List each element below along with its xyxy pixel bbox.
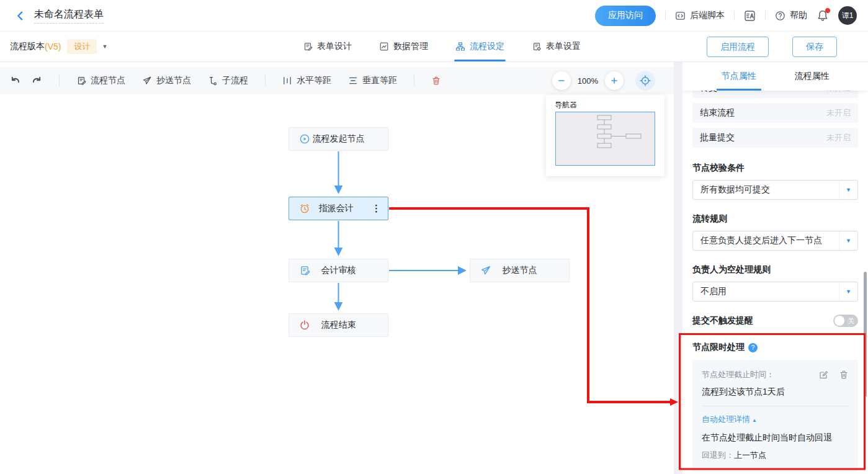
node-assign-accountant[interactable]: 指派会计 ⋮ — [289, 197, 388, 220]
node-label: 流程结束 — [289, 320, 388, 331]
toggle-state: 关 — [848, 316, 854, 326]
save-button[interactable]: 保存 — [792, 37, 837, 57]
flow-version: 流程版本 (V5) 设计 ▼ — [10, 32, 107, 61]
caret-down-icon: ▼ — [839, 181, 857, 199]
auto-handle-details-link[interactable]: 自动处理详情▲ — [702, 414, 849, 425]
node-accountant-review[interactable]: 会计审核 — [289, 259, 388, 282]
rollback-value: 上一节点 — [734, 450, 766, 460]
tab-form-settings[interactable]: 表单设置 — [532, 32, 581, 61]
divider — [265, 75, 266, 86]
validation-select[interactable]: 所有数据均可提交 ▼ — [692, 180, 858, 200]
version-bar: 流程版本 (V5) 设计 ▼ 表单设计 数据管理 流程设定 表 — [0, 32, 868, 62]
canvas-toolbar: 流程节点 抄送节点 子流程 水平等距 垂直等距 — [0, 67, 674, 94]
fit-view-button[interactable] — [635, 71, 655, 91]
app-access-button[interactable]: 应用访问 — [595, 6, 656, 26]
node-end[interactable]: 流程结束 — [289, 313, 388, 337]
notification-dot — [825, 8, 830, 13]
divider — [665, 11, 666, 20]
row-batch-submit[interactable]: 批量提交 未开启 — [692, 128, 858, 148]
help-icon — [775, 11, 785, 21]
vertical-equal-button[interactable]: 垂直等距 — [348, 75, 397, 86]
redo-button[interactable] — [31, 75, 42, 86]
divider — [765, 11, 766, 20]
data-manage-icon — [379, 42, 389, 51]
avatar[interactable]: 谭1 — [838, 6, 857, 25]
rollback-label: 回退到： — [702, 450, 734, 460]
node-label: 抄送节点 — [470, 265, 569, 276]
enable-flow-button[interactable]: 启用流程 — [707, 37, 769, 57]
reminder-toggle[interactable]: 关 — [833, 315, 858, 327]
zoom-level: 100% — [578, 76, 598, 86]
v-spacing-icon — [348, 76, 358, 86]
deadline-value: 流程到达该节点1天后 — [702, 387, 849, 398]
panel-tabs: 节点属性 流程属性 — [682, 62, 868, 91]
trash-icon[interactable] — [839, 370, 849, 380]
status-badge: 未开启 — [826, 132, 851, 143]
flow-canvas[interactable]: 流程节点 抄送节点 子流程 水平等距 垂直等距 — [0, 62, 674, 474]
divider — [414, 75, 414, 86]
paper-plane-icon — [142, 76, 152, 86]
design-badge: 设计 — [67, 39, 97, 54]
node-cc[interactable]: 抄送节点 — [470, 259, 570, 282]
horizontal-equal-button[interactable]: 水平等距 — [282, 75, 331, 86]
flow-node-icon — [76, 76, 86, 86]
language-icon[interactable] — [744, 10, 756, 22]
properties-panel: 节点属性 流程属性 转交 未开启 结束流程 未开启 批量提交 未开启 节点校验条… — [682, 62, 868, 474]
reminder-label: 提交不触发提醒 — [692, 315, 753, 326]
code-icon — [675, 11, 686, 21]
form-settings-icon — [532, 42, 542, 51]
caret-down-icon: ▼ — [839, 282, 857, 301]
h-spacing-icon — [282, 76, 292, 86]
auto-handle-text: 在节点处理截止时间当时自动回退 — [702, 432, 849, 444]
node-menu-icon[interactable]: ⋮ — [372, 203, 381, 214]
node-label: 会计审核 — [289, 265, 388, 276]
add-flow-node-button[interactable]: 流程节点 — [76, 75, 125, 86]
panel-content: 转交 未开启 结束流程 未开启 批量提交 未开启 节点校验条件 所有数据均可提交… — [682, 62, 868, 474]
timeout-section-title: 节点限时处理 ? — [692, 342, 858, 353]
status-badge: 未开启 — [826, 107, 851, 118]
divider — [702, 406, 849, 406]
app-header: 未命名流程表单 应用访问 后端脚本 帮助 谭1 — [0, 0, 868, 32]
version-tag: (V5) — [45, 42, 61, 51]
caret-down-icon: ▼ — [839, 231, 857, 250]
transition-rule-select[interactable]: 任意负责人提交后进入下一节点 ▼ — [692, 231, 858, 251]
help-button[interactable]: 帮助 — [775, 10, 807, 21]
page-title: 未命名流程表单 — [34, 8, 104, 24]
backend-script-button[interactable]: 后端脚本 — [675, 10, 725, 21]
tab-form-design[interactable]: 表单设计 — [303, 32, 352, 61]
node-label: 流程发起节点 — [289, 133, 388, 145]
rollback-row: 回退到：上一节点 — [702, 450, 849, 461]
version-caret-icon[interactable]: ▼ — [102, 43, 107, 50]
notifications-button[interactable] — [817, 9, 829, 22]
zoom-out-button[interactable] — [552, 71, 571, 90]
divider — [59, 75, 60, 86]
add-subflow-button[interactable]: 子流程 — [208, 75, 248, 86]
main-tabs: 表单设计 数据管理 流程设定 表单设置 — [303, 32, 581, 61]
tab-node-properties[interactable]: 节点属性 — [720, 62, 758, 91]
empty-owner-rule-select[interactable]: 不启用 ▼ — [692, 282, 858, 302]
tab-data-manage[interactable]: 数据管理 — [379, 32, 428, 61]
navigator-title: 导航器 — [555, 100, 577, 110]
field-label-validation: 节点校验条件 — [692, 163, 858, 174]
trash-icon — [431, 76, 441, 86]
back-icon[interactable] — [15, 11, 25, 21]
navigator-viewport[interactable] — [555, 112, 655, 166]
deadline-label: 节点处理截止时间： — [702, 369, 774, 380]
tab-flow-setting[interactable]: 流程设定 — [455, 32, 504, 61]
caret-up-icon: ▲ — [752, 418, 757, 423]
add-cc-node-button[interactable]: 抄送节点 — [142, 75, 191, 86]
row-end-flow[interactable]: 结束流程 未开启 — [692, 103, 858, 123]
navigator-panel: 导航器 — [546, 95, 664, 176]
subflow-icon — [208, 76, 218, 86]
reminder-row: 提交不触发提醒 关 — [692, 314, 858, 328]
field-label-transition-rule: 流转规则 — [692, 213, 858, 225]
zoom-in-button[interactable] — [605, 71, 624, 90]
zoom-controls: 100% — [552, 71, 655, 91]
edit-icon[interactable] — [818, 370, 828, 380]
undo-button[interactable] — [10, 75, 21, 86]
tab-flow-properties[interactable]: 流程属性 — [793, 62, 831, 91]
node-start[interactable]: 流程发起节点 — [289, 127, 388, 151]
panel-scrollbar[interactable] — [864, 272, 867, 397]
delete-button[interactable] — [431, 76, 441, 86]
question-circle-icon[interactable]: ? — [748, 343, 758, 352]
